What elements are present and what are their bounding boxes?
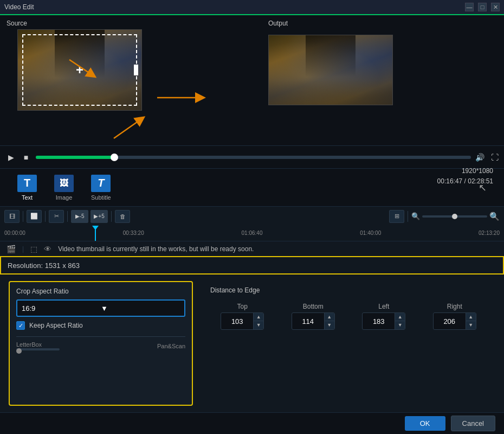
resolution-display: 1920*1080 00:16:47 / 02:28:51 [437,166,493,187]
fullscreen-icon[interactable]: ⛶ [491,153,499,162]
source-label: Source [7,20,236,27]
letterbox-label: LetterBox [16,341,60,348]
time-value: 00:16:47 / 02:28:51 [437,176,493,187]
playhead[interactable] [95,226,96,241]
right-decrement[interactable]: ▼ [466,321,476,329]
playhead-arrow [92,226,99,230]
text-tab-label: Text [22,194,33,201]
preview-area: Source + [0,15,504,145]
bottom-bar: OK Cancel [0,412,504,434]
top-label: Top [237,303,248,310]
top-value: 103 [221,317,253,326]
zoom-slider[interactable] [422,215,487,218]
letterbox-group: LetterBox [16,341,60,350]
aspect-ratio-dropdown[interactable]: 16:9 ▼ [16,299,185,317]
tool-tabs: T Text 🖼 Image T Subtitle ↖ [0,168,504,206]
ruler-mark-4: 02:13:20 [479,230,500,236]
separator-3 [67,211,68,222]
tab-subtitle[interactable]: T Subtitle [82,171,120,204]
zoom-out-icon[interactable]: 🔍 [411,212,420,220]
image-tab-icon: 🖼 [54,175,74,192]
crop-tool-button[interactable]: ⬜ [27,210,42,223]
delete-button[interactable]: 🗑 [115,210,130,223]
timeline-ruler[interactable]: 00:00:00 00:33:20 01:06:40 01:40:00 02:1… [0,226,504,241]
progress-bar[interactable] [36,156,471,159]
window-controls: — □ ✕ [465,3,500,11]
cancel-button[interactable]: Cancel [451,416,495,431]
top-spin-buttons: ▲ ▼ [253,313,263,329]
ok-button[interactable]: OK [405,416,445,431]
top-increment[interactable]: ▲ [254,313,263,321]
volume-icon[interactable]: 🔊 [475,153,484,162]
forward5-button[interactable]: ▶+5 [91,210,108,223]
maximize-button[interactable]: □ [478,3,487,11]
ruler-mark-2: 01:06:40 [242,230,263,236]
output-label: Output [268,20,288,27]
left-spin-buttons: ▲ ▼ [395,313,405,329]
left-increment[interactable]: ▲ [395,313,405,321]
bottom-increment[interactable]: ▲ [325,313,334,321]
right-spinner[interactable]: 206 ▲ ▼ [433,312,476,330]
ruler-mark-0: 00:00:00 [4,230,25,236]
close-button[interactable]: ✕ [491,3,500,11]
output-thumbnail[interactable] [268,35,393,105]
video-settings-icon[interactable]: 🎬 [7,245,16,253]
letterbox-slider[interactable] [16,348,60,350]
keep-ratio-checkbox[interactable]: ✓ [16,321,25,330]
text-tab-icon: T [17,175,37,192]
crop-title: Crop Aspect Ratio [16,288,185,295]
film-icon-button[interactable]: 🎞 [4,210,20,223]
tab-text[interactable]: T Text [9,171,46,204]
crop-icon[interactable]: ⬚ [30,245,37,253]
top-decrement[interactable]: ▼ [254,321,263,329]
status-bar: 🎬 | ⬚ 👁 Video thumbnail is currently sti… [0,241,504,256]
separator-5 [408,211,408,222]
right-increment[interactable]: ▲ [466,313,476,321]
left-edge-col: Left 183 ▲ ▼ [352,303,416,330]
toolbar-row: 🎞 ⬜ ✂ ▶-5 ▶+5 🗑 ⊞ 🔍 🔍 [0,206,504,226]
top-spinner[interactable]: 103 ▲ ▼ [221,312,264,330]
bottom-decrement[interactable]: ▼ [325,321,334,329]
eye-icon[interactable]: 👁 [44,245,51,253]
ruler-mark-1: 00:33:20 [123,230,144,236]
resolution-value: 1920*1080 [437,166,493,176]
letterbox-thumb[interactable] [16,348,22,354]
distance-section: Distance to Edge Top 103 ▲ ▼ Bottom 114 [202,281,495,406]
source-video-frame [18,30,141,110]
title-bar: Video Edit — □ ✕ [0,0,504,15]
trim-tool-button[interactable]: ✂ [49,210,64,223]
bottom-label: Bottom [303,303,324,310]
stop-button[interactable]: ■ [21,152,31,163]
right-spin-buttons: ▲ ▼ [466,313,476,329]
status-message: Video thumbnail is currently still in th… [58,245,497,253]
subtitle-tab-icon: T [91,175,111,192]
zoom-controls: 🔍 🔍 [411,212,500,221]
subtitle-tab-label: Subtitle [91,194,111,201]
distance-title: Distance to Edge [210,286,487,294]
zoom-in-icon[interactable]: 🔍 [489,212,500,221]
left-decrement[interactable]: ▼ [395,321,405,329]
bottom-spin-buttons: ▲ ▼ [324,313,334,329]
tab-image[interactable]: 🖼 Image [46,171,82,204]
progress-thumb[interactable] [111,154,118,161]
keep-ratio-row: ✓ Keep Aspect Ratio [16,321,185,330]
content-area: Crop Aspect Ratio 16:9 ▼ ✓ Keep Aspect R… [0,275,504,412]
source-thumbnail[interactable]: + [17,29,142,111]
ruler-mark-3: 01:40:00 [360,230,381,236]
bottom-value: 114 [292,317,324,326]
play-button[interactable]: ▶ [5,152,16,163]
fit-button[interactable]: ⊞ [389,210,404,223]
bottom-spinner[interactable]: 114 ▲ ▼ [292,312,335,330]
preview-wrapper: Source + [0,15,504,145]
dropdown-arrow-icon: ▼ [101,304,180,312]
left-spinner[interactable]: 183 ▲ ▼ [362,312,405,330]
left-label: Left [378,303,389,310]
playback-bar: ▶ ■ 🔊 ⛶ [0,145,504,168]
back5-button[interactable]: ▶-5 [71,210,88,223]
image-tab-label: Image [56,194,73,201]
resolution-text: Resolution: 1531 x 863 [8,261,80,270]
zoom-thumb[interactable] [452,214,457,219]
crop-section: Crop Aspect Ratio 16:9 ▼ ✓ Keep Aspect R… [9,281,193,406]
separator-1 [23,211,23,222]
minimize-button[interactable]: — [465,3,474,11]
